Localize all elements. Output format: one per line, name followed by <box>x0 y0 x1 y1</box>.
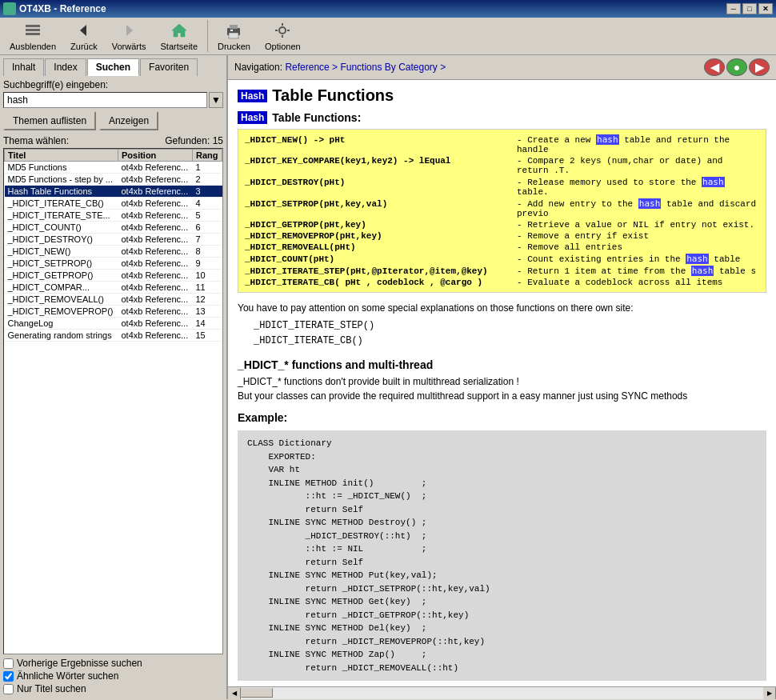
nav-sync-button[interactable]: ● <box>726 58 747 76</box>
tab-inhalt[interactable]: Inhalt <box>3 58 44 76</box>
table-row[interactable]: Generating random strings ot4xb Referenc… <box>5 330 222 342</box>
results-table[interactable]: Titel Position Rang MD5 Functions ot4xb … <box>3 148 223 654</box>
col-title: Titel <box>5 150 118 162</box>
table-row[interactable]: _HDICT_NEW() ot4xb Referenc... 8 <box>5 246 222 258</box>
print-button[interactable]: Drucken <box>211 19 257 53</box>
result-rank: 10 <box>192 270 222 282</box>
nav-path: Navigation: Reference > Functions By Cat… <box>234 62 446 73</box>
mt-desc2: But your classes can provide the require… <box>238 390 766 402</box>
code-line: return _HDICT_REMOVEPROP(::ht,key) <box>247 635 757 649</box>
maximize-button[interactable]: □ <box>742 3 757 14</box>
result-title: ChangeLog <box>5 318 118 330</box>
function-row: _HDICT_SETPROP(pHt,key,val)- Add new ent… <box>245 198 759 218</box>
search-options: Vorherige Ergebnisse suchen Ähnliche Wör… <box>3 658 223 696</box>
table-row[interactable]: MD5 Functions - step by ... ot4xb Refere… <box>5 174 222 186</box>
title-checkbox[interactable] <box>3 684 14 694</box>
table-row[interactable]: _HDICT_REMOVEPROP() ot4xb Referenc... 13 <box>5 306 222 318</box>
function-name: _HDICT_GETPROP(pHt,key) <box>245 220 517 230</box>
minimize-button[interactable]: ─ <box>726 3 741 14</box>
home-button[interactable]: Startseite <box>154 19 204 53</box>
left-panel: Inhalt Index Suchen Favoriten Suchbegrif… <box>0 55 228 699</box>
forward-button[interactable]: Vorwärts <box>106 19 153 53</box>
back-button[interactable]: Zurück <box>64 19 104 53</box>
table-row[interactable]: _HDICT_REMOVEALL() ot4xb Referenc... 12 <box>5 294 222 306</box>
search-input[interactable] <box>3 92 207 108</box>
result-pos: ot4xb Referenc... <box>118 270 192 282</box>
result-rank: 5 <box>192 210 222 222</box>
example-heading: Example: <box>238 411 766 424</box>
table-row[interactable]: _HDICT_GETPROP() ot4xb Referenc... 10 <box>5 270 222 282</box>
result-title: _HDICT_ITERATE_CB() <box>5 198 118 210</box>
code-block: CLASS Dictionary EXPORTED: VAR ht INLINE… <box>238 430 766 681</box>
page-title-rest: Table Functions <box>272 86 394 105</box>
table-row[interactable]: _HDICT_SETPROP() ot4xb Referenc... 9 <box>5 258 222 270</box>
similar-checkbox[interactable] <box>3 671 14 682</box>
home-icon <box>170 21 189 40</box>
table-row[interactable]: _HDICT_ITERATE_STE... ot4xb Referenc... … <box>5 210 222 222</box>
tab-favoriten[interactable]: Favoriten <box>140 58 198 76</box>
svg-marker-3 <box>80 25 86 36</box>
result-title: MD5 Functions - step by ... <box>5 174 118 186</box>
app-icon <box>3 2 16 15</box>
function-desc: - Compare 2 keys (num,char or date) and … <box>517 156 759 175</box>
table-row[interactable]: _HDICT_DESTROY() ot4xb Referenc... 7 <box>5 234 222 246</box>
result-rank: 3 <box>192 186 222 198</box>
svg-rect-0 <box>26 25 40 27</box>
content-area[interactable]: Hash Table Functions Hash Table Function… <box>228 80 776 686</box>
result-pos: ot4xb Referenc... <box>118 318 192 330</box>
found-label: Gefunden: 15 <box>165 135 223 146</box>
col-position: Position <box>118 150 192 162</box>
function-name: _HDICT_REMOVEALL(pHt) <box>245 242 517 252</box>
hide-button[interactable]: Ausblenden <box>3 19 62 53</box>
note-intro: You have to pay attention on some specia… <box>238 302 766 314</box>
result-pos: ot4xb Referenc... <box>118 258 192 270</box>
function-name: _HDICT_ITERATE_CB( pHt , codeblock , @ca… <box>245 278 517 287</box>
section-title-rest: Table Functions: <box>272 111 361 124</box>
function-row: _HDICT_ITERATE_CB( pHt , codeblock , @ca… <box>245 278 759 287</box>
search-dropdown-button[interactable]: ▼ <box>209 92 223 108</box>
table-row[interactable]: _HDICT_COMPAR... ot4xb Referenc... 11 <box>5 282 222 294</box>
scroll-thumb[interactable] <box>241 688 273 698</box>
show-button[interactable]: Anzeigen <box>99 111 158 130</box>
table-row[interactable]: ChangeLog ot4xb Referenc... 14 <box>5 318 222 330</box>
tab-suchen[interactable]: Suchen <box>87 58 139 76</box>
scroll-left-button[interactable]: ◀ <box>228 687 241 700</box>
table-row[interactable]: _HDICT_ITERATE_CB() ot4xb Referenc... 4 <box>5 198 222 210</box>
function-row: _HDICT_REMOVEPROP(pHt,key)- Remove a ent… <box>245 231 759 241</box>
result-rank: 1 <box>192 162 222 174</box>
tab-index[interactable]: Index <box>45 58 86 76</box>
nav-next-button[interactable]: ▶ <box>749 58 770 76</box>
options-icon <box>273 21 292 40</box>
window-title: OT4XB - Reference <box>19 3 726 14</box>
result-pos: ot4xb Referenc... <box>118 234 192 246</box>
nav-prev-button[interactable]: ◀ <box>704 58 725 76</box>
close-button[interactable]: ✕ <box>758 3 773 14</box>
table-row[interactable]: _HDICT_COUNT() ot4xb Referenc... 6 <box>5 222 222 234</box>
result-title: Hash Table Functions <box>5 186 118 198</box>
svg-rect-9 <box>230 30 233 31</box>
themes-button[interactable]: Themen auflisten <box>3 111 96 130</box>
mt-desc1: _HDICT_* functions don't provide built i… <box>238 376 766 387</box>
print-icon <box>224 21 243 40</box>
scroll-right-button[interactable]: ▶ <box>763 687 776 700</box>
result-pos: ot4xb Referenc... <box>118 306 192 318</box>
function-desc: - Remove all entries <box>517 242 759 252</box>
table-row[interactable]: MD5 Functions ot4xb Referenc... 1 <box>5 162 222 174</box>
theme-label-row: Thema wählen: Gefunden: 15 <box>3 135 223 146</box>
svg-rect-7 <box>230 25 238 29</box>
note-func-2: _HDICT_ITERATE_CB() <box>254 334 766 349</box>
scroll-track[interactable] <box>241 687 763 699</box>
function-desc: - Retrieve a value or NIL if entry not e… <box>517 220 759 230</box>
function-name: _HDICT_COUNT(pHt) <box>245 254 517 264</box>
horizontal-scrollbar[interactable]: ◀ ▶ <box>228 686 776 699</box>
code-line: INLINE SYNC METHOD Destroy() ; <box>247 516 757 530</box>
window-controls[interactable]: ─ □ ✕ <box>726 3 773 14</box>
function-row: _HDICT_DESTROY(pHt)- Release memory used… <box>245 177 759 197</box>
code-line: ::ht := _HDICT_NEW() ; <box>247 490 757 503</box>
function-name: _HDICT_REMOVEPROP(pHt,key) <box>245 231 517 241</box>
code-line: return Self <box>247 503 757 517</box>
table-row[interactable]: Hash Table Functions ot4xb Referenc... 3 <box>5 186 222 198</box>
note-section: You have to pay attention on some specia… <box>238 302 766 349</box>
prev-checkbox[interactable] <box>3 658 14 669</box>
options-button[interactable]: Optionen <box>258 19 307 53</box>
